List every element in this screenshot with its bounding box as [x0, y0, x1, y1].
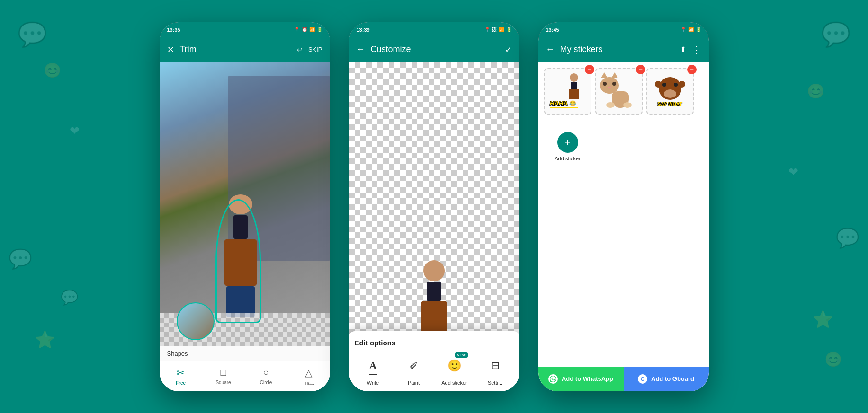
- customize-toolbar: ← Customize ✓: [349, 37, 519, 62]
- my-stickers-time: 13:45: [546, 27, 559, 33]
- gboard-label: Add to Gboard: [651, 375, 694, 382]
- triangle-label: Tria...: [303, 380, 314, 386]
- location-icon2: 📍: [484, 27, 490, 32]
- edit-options-title: Edit options: [355, 339, 514, 347]
- google-icon: G: [638, 374, 647, 384]
- circle-label: Circle: [260, 380, 272, 385]
- shapes-label: Shapes: [160, 346, 330, 361]
- sticker-haha-img: HAHA 😂: [549, 72, 587, 110]
- paint-icon: ✏: [406, 358, 421, 373]
- paint-icon-wrap: ✏: [403, 354, 425, 377]
- my-stickers-screen: 13:45 📍 📶 🔋 ← My stickers ⬆ ⋮ −: [538, 22, 709, 391]
- tool-free[interactable]: ✂ Free: [160, 365, 202, 387]
- trim-toolbar: ✕ Trim ↩ SKIP: [160, 37, 330, 62]
- trim-image-area: [160, 62, 330, 346]
- sticker-item-cat[interactable]: −: [595, 68, 643, 115]
- sticker-item-monkey[interactable]: −: [646, 68, 694, 115]
- add-sticker-icon: 🙂: [447, 359, 462, 372]
- delete-badge-2[interactable]: −: [636, 65, 645, 74]
- whatsapp-label: Add to WhatsApp: [562, 375, 613, 382]
- trim-phone-screen: 13:35 📍 ⏰ 📶 🔋 ✕ Trim ↩ SKIP: [160, 22, 330, 391]
- check-icon[interactable]: ✓: [505, 44, 512, 55]
- back-icon2[interactable]: ←: [546, 44, 555, 54]
- customize-title: Customize: [371, 44, 499, 54]
- stickers-divider-row: [544, 119, 703, 119]
- free-icon: ✂: [177, 367, 185, 378]
- add-sticker-icon-wrap: 🙂 NEW: [443, 354, 466, 377]
- customize-phone-screen: 13:39 📍 🖼 📶 🔋 ← Customize ✓: [349, 22, 519, 391]
- customize-canvas: HAHA 😂 Edit options A: [349, 62, 519, 391]
- square-icon: □: [220, 367, 226, 378]
- free-label: Free: [176, 380, 186, 386]
- close-icon[interactable]: ✕: [167, 44, 174, 55]
- bottom-buttons: Add to WhatsApp G Add to Gboard: [538, 367, 709, 391]
- trim-status-icons: 📍 ⏰ 📶 🔋: [294, 27, 322, 32]
- undo-icon[interactable]: ↩: [297, 46, 303, 53]
- alarm-icon: ⏰: [302, 27, 307, 32]
- more-icon[interactable]: ⋮: [692, 44, 701, 55]
- sticker-item-haha[interactable]: − HAHA: [544, 68, 591, 115]
- whatsapp-icon: [548, 374, 558, 384]
- paint-label: Paint: [408, 380, 420, 386]
- divider-line: [544, 119, 703, 119]
- signal-icon: 📶: [309, 27, 315, 32]
- battery-icon: 🔋: [317, 27, 322, 32]
- shapes-text: Shapes: [167, 350, 188, 357]
- add-sticker-label: Add sticker: [441, 380, 467, 386]
- settings-icon: ⊟: [491, 360, 500, 372]
- edit-options-sheet: Edit options A Write: [349, 331, 519, 391]
- location-icon3: 📍: [680, 27, 686, 32]
- add-to-gboard-button[interactable]: G Add to Gboard: [624, 367, 709, 391]
- edit-option-add-sticker[interactable]: 🙂 NEW Add sticker: [436, 354, 473, 386]
- add-sticker-plus-icon: +: [557, 132, 578, 153]
- edit-options-row: A Write ✏ Paint: [355, 354, 514, 386]
- back-icon[interactable]: ←: [357, 44, 365, 54]
- wifi-icon: 📶: [499, 27, 504, 32]
- new-badge: NEW: [455, 352, 468, 358]
- add-to-whatsapp-button[interactable]: Add to WhatsApp: [538, 367, 624, 391]
- trim-bottom-tools[interactable]: ✂ Free □ Square ○ Circle △ Tria...: [160, 361, 330, 391]
- my-stickers-status-icons: 📍 📶 🔋: [680, 27, 701, 32]
- edit-option-paint[interactable]: ✏ Paint: [395, 354, 432, 386]
- stickers-grid: − HAHA: [538, 62, 709, 367]
- trim-status-bar: 13:35 📍 ⏰ 📶 🔋: [160, 22, 330, 37]
- share-icon[interactable]: ⬆: [680, 45, 686, 54]
- sticker-cat-img: [600, 72, 638, 110]
- customize-status-icons: 📍 🖼 📶 🔋: [484, 27, 512, 32]
- my-stickers-title: My stickers: [560, 44, 674, 54]
- skip-button[interactable]: SKIP: [308, 46, 322, 53]
- my-stickers-toolbar: ← My stickers ⬆ ⋮: [538, 37, 709, 62]
- square-label: Square: [215, 380, 231, 385]
- location-icon: 📍: [294, 27, 300, 32]
- customize-time: 13:39: [357, 27, 370, 33]
- battery-icon3: 🔋: [696, 27, 701, 32]
- my-stickers-phone: 13:45 📍 📶 🔋 ← My stickers ⬆ ⋮ −: [538, 22, 709, 391]
- trim-phone: 13:35 📍 ⏰ 📶 🔋 ✕ Trim ↩ SKIP: [160, 22, 330, 391]
- triangle-icon: △: [305, 367, 312, 378]
- trim-photo: [160, 62, 330, 346]
- delete-badge-1[interactable]: −: [585, 65, 594, 74]
- my-stickers-content: − HAHA: [538, 62, 709, 391]
- photo-icon: 🖼: [492, 27, 497, 32]
- write-label: Write: [367, 380, 379, 386]
- circle-icon: ○: [263, 367, 268, 378]
- settings-label: Setti...: [488, 380, 502, 386]
- tool-circle[interactable]: ○ Circle: [245, 365, 287, 387]
- write-icon: A: [369, 360, 377, 372]
- my-stickers-status-bar: 13:45 📍 📶 🔋: [538, 22, 709, 37]
- settings-icon-wrap: ⊟: [484, 354, 507, 377]
- sticker-monkey-img: SAY WHAT: [651, 72, 689, 110]
- delete-badge-3[interactable]: −: [687, 65, 697, 74]
- phones-container: 13:35 📍 ⏰ 📶 🔋 ✕ Trim ↩ SKIP: [160, 22, 709, 391]
- wifi-icon2: 📶: [688, 27, 694, 32]
- add-sticker-button[interactable]: + Add sticker: [544, 123, 591, 170]
- tool-triangle[interactable]: △ Tria...: [287, 365, 330, 387]
- battery-icon2: 🔋: [506, 27, 512, 32]
- customize-status-bar: 13:39 📍 🖼 📶 🔋: [349, 22, 519, 37]
- trim-title: Trim: [180, 44, 291, 54]
- write-icon-wrap: A: [362, 354, 385, 377]
- trim-time: 13:35: [167, 27, 180, 33]
- edit-option-write[interactable]: A Write: [355, 354, 392, 386]
- edit-option-settings[interactable]: ⊟ Setti...: [477, 354, 514, 386]
- tool-square[interactable]: □ Square: [202, 365, 245, 387]
